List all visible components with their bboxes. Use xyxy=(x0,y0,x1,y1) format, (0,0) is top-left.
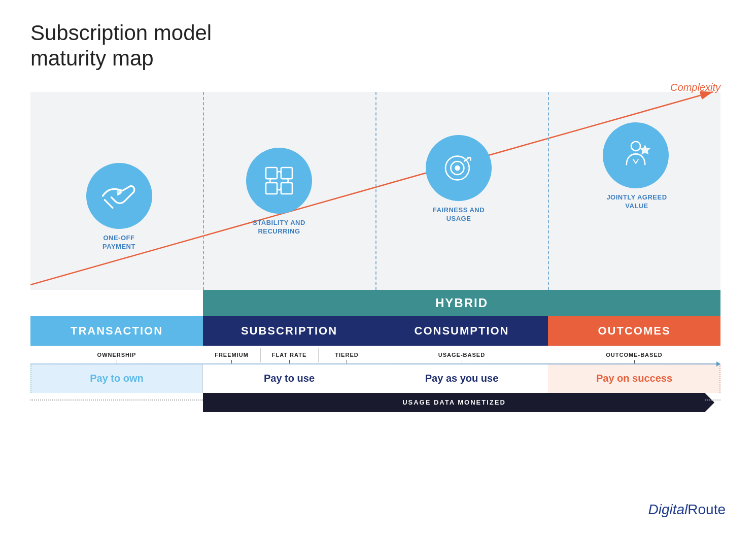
subscription-model-row: SUBSCRIPTION xyxy=(203,316,375,346)
subscription-icon-circle xyxy=(246,148,312,214)
target-icon xyxy=(439,148,478,188)
outcomes-icon-circle xyxy=(603,122,669,188)
consumption-model-row: CONSUMPTION xyxy=(375,316,548,346)
pay-on-success-text: Pay on success xyxy=(596,373,672,384)
transaction-model-row: TRANSACTION xyxy=(30,316,203,346)
pay-to-use-row: Pay to use xyxy=(203,364,375,393)
complexity-label: Complexity xyxy=(670,82,720,93)
pay-to-use-text: Pay to use xyxy=(264,373,315,384)
pay-to-own-row: Pay to own xyxy=(30,364,203,393)
svg-point-13 xyxy=(631,141,640,150)
puzzle-icon xyxy=(259,161,299,201)
hybrid-row: HYBRID xyxy=(203,290,720,316)
usage-data-label: USAGE DATA MONETIZED xyxy=(402,398,506,406)
title-block: Subscription model maturity map xyxy=(30,20,726,72)
dashed-line-2 xyxy=(375,92,376,290)
transaction-icon-circle xyxy=(86,163,152,229)
outcome-based-sublabel: OUTCOME-BASED xyxy=(548,346,720,364)
consumption-icon-circle xyxy=(426,135,492,201)
fairness-usage-label: FAIRNESS ANDUSAGE xyxy=(413,206,504,223)
svg-point-9 xyxy=(456,166,460,170)
consumption-label: CONSUMPTION xyxy=(415,324,509,338)
usage-based-sublabel: USAGE-BASED xyxy=(375,346,548,364)
freemium-sublabel: FREEMIUM xyxy=(203,346,260,364)
tiered-sublabel: TIERED xyxy=(318,346,375,364)
page-container: Subscription model maturity map Complexi… xyxy=(0,0,756,533)
page-title: Subscription model maturity map xyxy=(30,20,726,72)
digitalroute-logo: DigitalRoute xyxy=(648,502,726,518)
flat-rate-sublabel: FLAT RATE xyxy=(260,346,318,364)
pay-as-you-use-row: Pay as you use xyxy=(375,364,548,393)
handshake-icon xyxy=(99,176,139,216)
person-star-icon xyxy=(616,136,656,175)
svg-rect-3 xyxy=(266,168,277,179)
svg-rect-6 xyxy=(281,183,292,194)
logo-digital-part: Digital xyxy=(648,502,688,517)
subscription-label: SUBSCRIPTION xyxy=(241,324,337,338)
dashed-line-3 xyxy=(548,92,549,290)
pay-to-own-text: Pay to own xyxy=(90,373,144,384)
transaction-label: TRANSACTION xyxy=(71,324,163,338)
pay-as-you-use-text: Pay as you use xyxy=(425,373,499,384)
chart-area: Complexity ONE-OFFPAYMENT xyxy=(30,77,720,462)
dashed-line-1 xyxy=(203,92,204,290)
pay-on-success-row: Pay on success xyxy=(548,364,720,393)
ownership-sublabel: OWNERSHIP xyxy=(30,346,203,364)
one-off-payment-label: ONE-OFFPAYMENT xyxy=(75,234,163,251)
stability-recurring-label: STABILITY ANDRECURRING xyxy=(233,219,325,236)
hybrid-label: HYBRID xyxy=(435,296,488,310)
outcomes-label: OUTCOMES xyxy=(598,324,670,338)
jointly-agreed-value-label: JOINTLY AGREEDVALUE xyxy=(589,193,685,211)
svg-rect-4 xyxy=(281,168,292,179)
svg-rect-5 xyxy=(266,183,277,194)
outcomes-model-row: OUTCOMES xyxy=(548,316,720,346)
logo-route-part: Route xyxy=(688,502,726,517)
svg-point-2 xyxy=(117,190,121,194)
